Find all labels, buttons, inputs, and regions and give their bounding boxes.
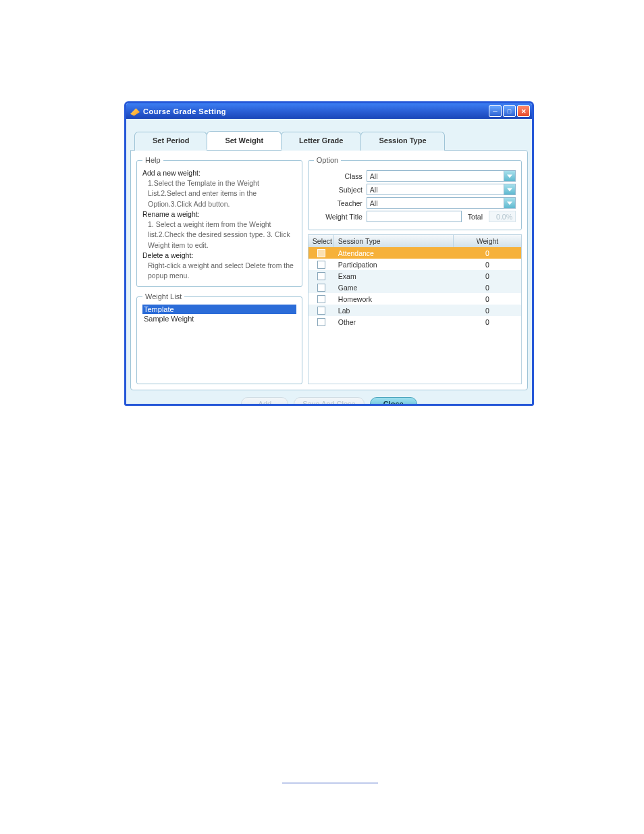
- close-dialog-button[interactable]: Close: [370, 397, 417, 406]
- help-text: Add a new weight: 1.Select the Template …: [142, 168, 296, 281]
- col-select[interactable]: Select: [308, 235, 334, 247]
- svg-marker-0: [507, 174, 512, 178]
- tab-letter-grade[interactable]: Letter Grade: [281, 132, 361, 151]
- class-label: Class: [314, 172, 363, 180]
- tab-session-type[interactable]: Session Type: [360, 132, 444, 151]
- chevron-down-icon[interactable]: [504, 198, 515, 208]
- table-row[interactable]: Exam 0: [308, 270, 521, 282]
- weight-list[interactable]: Template Sample Weight: [142, 305, 296, 378]
- weight-list-item-sample[interactable]: Sample Weight: [142, 314, 296, 323]
- table-row[interactable]: Other 0: [308, 316, 521, 328]
- total-value: 0.0%: [489, 211, 516, 222]
- weight-list-legend: Weight List: [142, 292, 184, 301]
- table-row[interactable]: Game 0: [308, 282, 521, 293]
- add-button: Add: [241, 397, 288, 406]
- tab-set-period[interactable]: Set Period: [134, 132, 207, 151]
- option-group: Option Class All Subject All T: [308, 156, 522, 230]
- col-session-type[interactable]: Session Type: [334, 235, 454, 247]
- svg-marker-2: [507, 201, 512, 205]
- row-checkbox[interactable]: [317, 261, 325, 269]
- maximize-button[interactable]: □: [503, 105, 516, 117]
- subject-select[interactable]: All: [367, 184, 516, 195]
- table-row[interactable]: Attendance 0: [308, 247, 521, 259]
- row-checkbox[interactable]: [317, 295, 325, 303]
- table-row[interactable]: Participation 0: [308, 259, 521, 270]
- window-title: Course Grade Setting: [143, 107, 489, 115]
- row-checkbox[interactable]: [317, 307, 325, 315]
- tab-set-weight[interactable]: Set Weight: [207, 131, 281, 150]
- dialog-course-grade-setting: Course Grade Setting ─ □ ✕ Set Period Se…: [124, 101, 534, 406]
- col-weight[interactable]: Weight: [454, 235, 521, 247]
- row-checkbox[interactable]: [317, 318, 325, 326]
- weight-list-group: Weight List Template Sample Weight: [136, 292, 302, 384]
- table-row[interactable]: Homework 0: [308, 293, 521, 305]
- teacher-label: Teacher: [314, 199, 363, 207]
- page-footer-link[interactable]: [282, 783, 378, 783]
- dialog-footer: Add Save And Close Close: [126, 394, 532, 406]
- row-checkbox[interactable]: [317, 284, 325, 292]
- subject-label: Subject: [314, 186, 363, 194]
- session-type-table: Select Session Type Weight Attendance 0 …: [308, 234, 522, 384]
- weight-title-label: Weight Title: [314, 213, 363, 221]
- help-legend: Help: [142, 156, 163, 164]
- teacher-select[interactable]: All: [367, 197, 516, 209]
- row-checkbox[interactable]: [317, 249, 325, 257]
- class-select[interactable]: All: [367, 170, 516, 182]
- minimize-button[interactable]: ─: [489, 105, 502, 117]
- save-and-close-button: Save And Close: [294, 397, 364, 406]
- help-group: Help Add a new weight: 1.Select the Temp…: [136, 156, 302, 287]
- titlebar[interactable]: Course Grade Setting ─ □ ✕: [126, 103, 532, 119]
- table-header: Select Session Type Weight: [308, 235, 521, 247]
- tab-content: Help Add a new weight: 1.Select the Temp…: [130, 150, 528, 390]
- total-label: Total: [466, 213, 485, 221]
- table-row[interactable]: Lab 0: [308, 305, 521, 316]
- weight-list-item-template[interactable]: Template: [142, 305, 296, 314]
- close-button[interactable]: ✕: [517, 105, 530, 117]
- svg-marker-1: [507, 188, 512, 191]
- row-checkbox[interactable]: [317, 272, 325, 280]
- app-icon: [130, 107, 140, 116]
- chevron-down-icon[interactable]: [504, 171, 515, 181]
- tab-bar: Set Period Set Weight Letter Grade Sessi…: [126, 119, 532, 150]
- weight-title-input[interactable]: [367, 211, 462, 222]
- option-legend: Option: [314, 156, 341, 164]
- chevron-down-icon[interactable]: [504, 184, 515, 194]
